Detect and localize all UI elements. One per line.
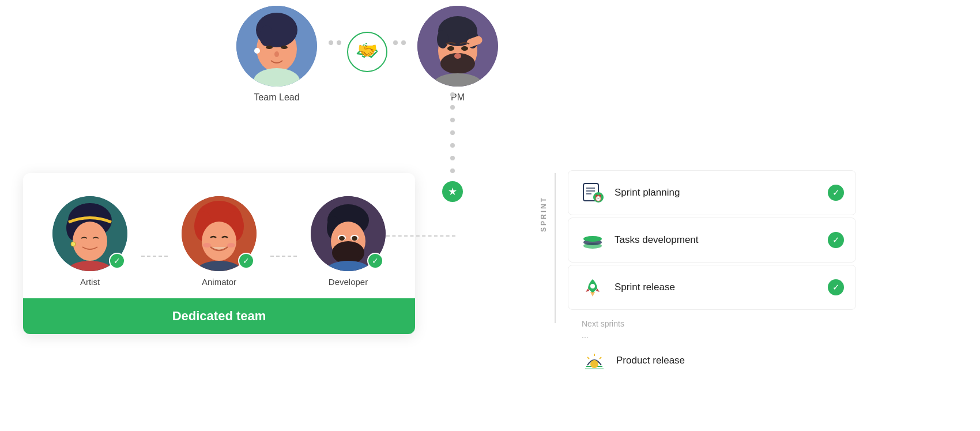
developer-check: ✓ bbox=[367, 253, 383, 269]
sprint-item-release: Sprint release ✓ bbox=[568, 265, 856, 310]
svg-point-27 bbox=[71, 242, 76, 246]
team-lead-label: Team Lead bbox=[254, 92, 299, 103]
svg-point-3 bbox=[259, 25, 273, 46]
v-dot-6 bbox=[450, 156, 455, 160]
developer-avatar-wrap: ✓ bbox=[311, 196, 386, 271]
svg-point-46 bbox=[352, 236, 357, 241]
dot-3 bbox=[393, 40, 398, 45]
team-members-row: ✓ Artist bbox=[23, 173, 415, 298]
v-dot-4 bbox=[450, 130, 455, 135]
scene: Team Lead 🤝 bbox=[0, 0, 980, 431]
horizontal-dashes bbox=[386, 235, 455, 237]
sprint-border bbox=[555, 173, 556, 323]
svg-point-34 bbox=[203, 243, 211, 248]
star-node: ★ bbox=[442, 181, 463, 202]
svg-point-6 bbox=[266, 46, 273, 49]
svg-line-59 bbox=[600, 357, 601, 359]
svg-point-8 bbox=[274, 51, 279, 57]
sprint-item-tasks: Tasks development ✓ bbox=[568, 218, 856, 263]
svg-point-20 bbox=[461, 46, 468, 51]
animator-label: Animator bbox=[202, 277, 236, 287]
sprint-label: SPRINT bbox=[540, 196, 548, 232]
svg-text:⏰: ⏰ bbox=[594, 194, 602, 202]
handshake-icon: 🤝 bbox=[347, 6, 387, 72]
tasks-dev-label: Tasks development bbox=[615, 234, 828, 246]
svg-point-56 bbox=[590, 284, 595, 288]
dot-4 bbox=[401, 40, 406, 45]
sprint-release-check: ✓ bbox=[828, 279, 844, 295]
sprint-planning-icon: ⏰ bbox=[580, 180, 605, 205]
svg-point-21 bbox=[454, 53, 461, 59]
sprint-planning-label: Sprint planning bbox=[615, 187, 828, 198]
tasks-dev-check: ✓ bbox=[828, 232, 844, 248]
svg-rect-41 bbox=[333, 245, 364, 257]
dashes-1 bbox=[140, 196, 169, 287]
sprint-planning-check: ✓ bbox=[828, 185, 844, 201]
svg-text:🤝: 🤝 bbox=[357, 41, 378, 60]
team-card: ✓ Artist bbox=[23, 173, 415, 334]
product-release-row: Product release bbox=[570, 342, 856, 379]
animator-check: ✓ bbox=[238, 253, 254, 269]
svg-point-25 bbox=[73, 222, 107, 261]
sprint-panel: ⏰ Sprint planning ✓ Tasks development ✓ bbox=[568, 170, 856, 379]
developer-label: Developer bbox=[329, 277, 368, 287]
svg-point-19 bbox=[447, 46, 454, 51]
v-dot-1 bbox=[450, 92, 455, 97]
tasks-dev-icon bbox=[580, 227, 605, 253]
pm-block: PM bbox=[412, 6, 504, 103]
v-dot-2 bbox=[450, 105, 455, 110]
svg-point-15 bbox=[437, 30, 448, 48]
dot-2 bbox=[337, 40, 341, 45]
dedicated-label: Dedicated team bbox=[172, 309, 266, 323]
top-row: Team Lead 🤝 bbox=[231, 6, 504, 103]
next-dots: ... bbox=[570, 331, 856, 340]
dashes-2 bbox=[269, 196, 298, 287]
next-sprints-title: Next sprints bbox=[570, 319, 856, 328]
connector-left bbox=[323, 6, 347, 45]
product-release-icon bbox=[582, 348, 607, 373]
svg-line-58 bbox=[587, 357, 589, 359]
team-card-footer: Dedicated team bbox=[23, 298, 415, 334]
svg-point-60 bbox=[590, 360, 598, 368]
member-developer: ✓ Developer bbox=[311, 196, 386, 287]
member-artist: ✓ Artist bbox=[52, 196, 127, 287]
artist-avatar-wrap: ✓ bbox=[52, 196, 127, 271]
connector-right bbox=[387, 6, 412, 45]
artist-check: ✓ bbox=[109, 253, 125, 269]
team-lead-block: Team Lead bbox=[231, 6, 323, 103]
artist-label: Artist bbox=[80, 277, 100, 287]
sprint-release-icon bbox=[580, 275, 605, 300]
member-animator: ✓ Animator bbox=[182, 196, 257, 287]
svg-point-5 bbox=[254, 48, 260, 54]
svg-point-55 bbox=[583, 236, 602, 242]
team-lead-avatar bbox=[236, 6, 317, 87]
sprint-release-label: Sprint release bbox=[615, 282, 828, 293]
svg-point-32 bbox=[202, 222, 236, 261]
next-sprints-section: Next sprints ... Product release bbox=[568, 319, 856, 379]
svg-point-7 bbox=[281, 46, 288, 49]
vertical-connector: ★ bbox=[452, 92, 453, 202]
pm-avatar bbox=[417, 6, 498, 87]
v-dot-3 bbox=[450, 118, 455, 122]
sprint-item-planning: ⏰ Sprint planning ✓ bbox=[568, 170, 856, 215]
dot-1 bbox=[329, 40, 333, 45]
v-dot-7 bbox=[450, 168, 455, 173]
svg-point-35 bbox=[227, 243, 235, 248]
product-release-label: Product release bbox=[616, 355, 685, 366]
animator-avatar-wrap: ✓ bbox=[182, 196, 257, 271]
v-dot-5 bbox=[450, 143, 455, 148]
svg-point-44 bbox=[339, 236, 345, 241]
